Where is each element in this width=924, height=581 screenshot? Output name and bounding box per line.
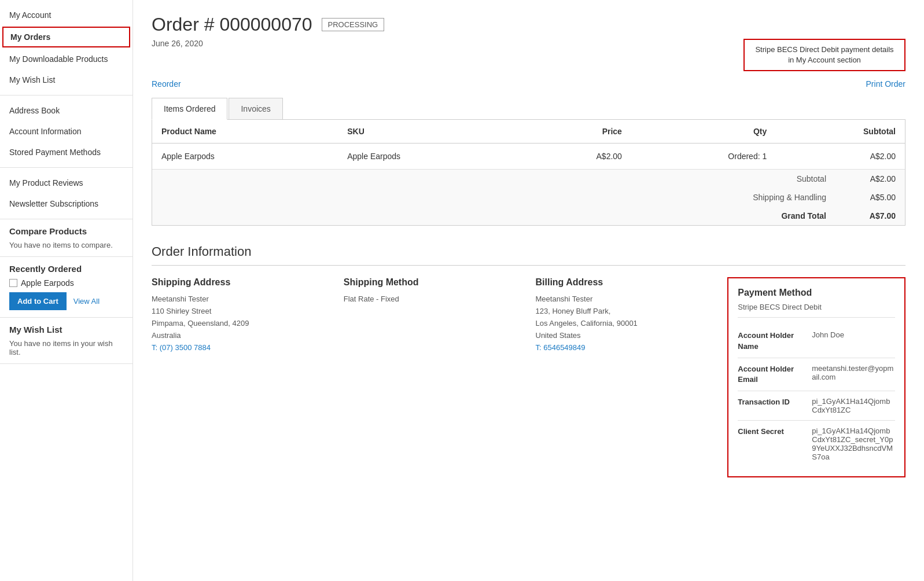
reorder-link[interactable]: Reorder: [152, 79, 181, 89]
shipping-city-state: Pimpama, Queensland, 4209: [152, 319, 249, 328]
compare-products-empty: You have no items to compare.: [9, 241, 123, 249]
add-to-cart-button[interactable]: Add to Cart: [9, 292, 67, 310]
product-sku: Apple Earpods: [338, 144, 519, 170]
billing-city-state: Los Angeles, California, 90001: [536, 319, 638, 328]
payment-method-name: Stripe BECS Direct Debit: [738, 303, 895, 318]
sidebar-item-address-book[interactable]: Address Book: [0, 100, 132, 121]
transaction-id-value: pi_1GyAK1Ha14QjombCdxYt81ZC: [812, 397, 895, 414]
order-date: June 26, 2020: [152, 39, 203, 48]
order-tabs: Items Ordered Invoices: [152, 98, 905, 120]
order-totals: Subtotal A$2.00 Shipping & Handling A$5.…: [152, 169, 905, 225]
shipping-label: Shipping & Handling: [267, 188, 835, 207]
transaction-id-row: Transaction ID pi_1GyAK1Ha14QjombCdxYt81…: [738, 391, 895, 421]
order-title: Order # 000000070: [152, 14, 312, 35]
client-secret-value: pi_1GyAK1Ha14QjombCdxYt81ZC_secret_Y0p9Y…: [812, 426, 895, 461]
subtotal-value: A$2.00: [835, 170, 905, 188]
sidebar-item-newsletter-subscriptions[interactable]: Newsletter Subscriptions: [0, 193, 132, 214]
sidebar-item-stored-payment-methods[interactable]: Stored Payment Methods: [0, 142, 132, 163]
shipping-row: Shipping & Handling A$5.00: [152, 188, 905, 207]
shipping-address-block: Shipping Address Meetanshi Tester 110 Sh…: [152, 277, 330, 477]
shipping-phone: T: (07) 3500 7884: [152, 343, 211, 352]
account-holder-name-value: John Doe: [812, 330, 895, 351]
sidebar-item-my-downloadable-products[interactable]: My Downloadable Products: [0, 49, 132, 69]
order-status-badge: PROCESSING: [322, 18, 385, 31]
sidebar-item-my-orders[interactable]: My Orders: [2, 27, 130, 47]
col-sku: SKU: [338, 120, 519, 144]
payment-method-block: Payment Method Stripe BECS Direct Debit …: [727, 277, 905, 477]
client-secret-row: Client Secret pi_1GyAK1Ha14QjombCdxYt81Z…: [738, 421, 895, 467]
stripe-notice: Stripe BECS Direct Debit payment details…: [743, 39, 905, 71]
account-holder-email-value: meetanshi.tester@yopmail.com: [812, 364, 895, 385]
client-secret-label: Client Secret: [738, 426, 807, 461]
product-name: Apple Earpods: [152, 144, 338, 170]
account-holder-email-label: Account Holder Email: [738, 364, 807, 385]
transaction-id-label: Transaction ID: [738, 397, 807, 414]
sidebar-item-my-wish-list[interactable]: My Wish List: [0, 69, 132, 90]
recently-ordered-title: Recently Ordered: [9, 264, 123, 274]
billing-address-title: Billing Address: [536, 277, 714, 288]
grand-total-row: Grand Total A$7.00: [152, 207, 905, 225]
view-all-link[interactable]: View All: [73, 297, 100, 306]
subtotal-row: Subtotal A$2.00: [152, 170, 905, 188]
order-information-section: Order Information Shipping Address Meeta…: [152, 244, 905, 477]
wish-list-empty: You have no items in your wish list.: [9, 339, 123, 356]
sidebar-item-account-information[interactable]: Account Information: [0, 121, 132, 142]
account-holder-name-label: Account Holder Name: [738, 330, 807, 351]
tab-items-ordered[interactable]: Items Ordered: [152, 98, 227, 120]
shipping-method-value: Flat Rate - Fixed: [344, 293, 522, 306]
sidebar-item-my-account[interactable]: My Account: [0, 5, 132, 25]
table-row: Apple Earpods Apple Earpods A$2.00 Order…: [152, 144, 905, 170]
product-subtotal: A$2.00: [776, 144, 905, 170]
shipping-method-title: Shipping Method: [344, 277, 522, 288]
sidebar: My Account My Orders My Downloadable Pro…: [0, 0, 133, 581]
tab-invoices[interactable]: Invoices: [229, 98, 282, 119]
recently-ordered-item: Apple Earpods: [21, 278, 74, 288]
shipping-name: Meetanshi Tester: [152, 295, 209, 303]
account-holder-email-row: Account Holder Email meetanshi.tester@yo…: [738, 358, 895, 391]
account-holder-name-row: Account Holder Name John Doe: [738, 325, 895, 358]
shipping-street: 110 Shirley Street: [152, 307, 211, 315]
billing-street: 123, Honey Bluff Park,: [536, 307, 611, 315]
grand-total-label: Grand Total: [267, 207, 835, 225]
sidebar-item-my-product-reviews[interactable]: My Product Reviews: [0, 172, 132, 193]
col-product-name: Product Name: [152, 120, 338, 144]
product-qty: Ordered: 1: [631, 144, 776, 170]
order-information-title: Order Information: [152, 244, 905, 259]
subtotal-label: Subtotal: [267, 170, 835, 188]
main-content: Order # 000000070 PROCESSING June 26, 20…: [133, 0, 924, 581]
billing-name: Meetanshi Tester: [536, 295, 593, 303]
billing-phone: T: 6546549849: [536, 343, 586, 352]
table-header-row: Product Name SKU Price Qty Subtotal: [152, 120, 905, 144]
compare-products-title: Compare Products: [9, 226, 123, 236]
col-subtotal: Subtotal: [776, 120, 905, 144]
shipping-country: Australia: [152, 331, 181, 340]
order-table-container: Product Name SKU Price Qty Subtotal Appl…: [152, 120, 905, 226]
shipping-address-title: Shipping Address: [152, 277, 330, 288]
recently-ordered-checkbox[interactable]: [9, 279, 17, 287]
billing-country: United States: [536, 331, 581, 340]
col-price: Price: [520, 120, 631, 144]
shipping-method-block: Shipping Method Flat Rate - Fixed: [344, 277, 522, 477]
my-wish-list-title: My Wish List: [9, 325, 123, 334]
print-order-link[interactable]: Print Order: [866, 79, 905, 89]
product-price: A$2.00: [520, 144, 631, 170]
billing-address-block: Billing Address Meetanshi Tester 123, Ho…: [536, 277, 714, 477]
payment-method-title: Payment Method: [738, 288, 895, 298]
order-info-divider: [152, 265, 905, 266]
order-table: Product Name SKU Price Qty Subtotal Appl…: [152, 120, 905, 169]
col-qty: Qty: [631, 120, 776, 144]
grand-total-value: A$7.00: [835, 207, 905, 225]
order-info-grid: Shipping Address Meetanshi Tester 110 Sh…: [152, 277, 905, 477]
shipping-value: A$5.00: [835, 188, 905, 207]
